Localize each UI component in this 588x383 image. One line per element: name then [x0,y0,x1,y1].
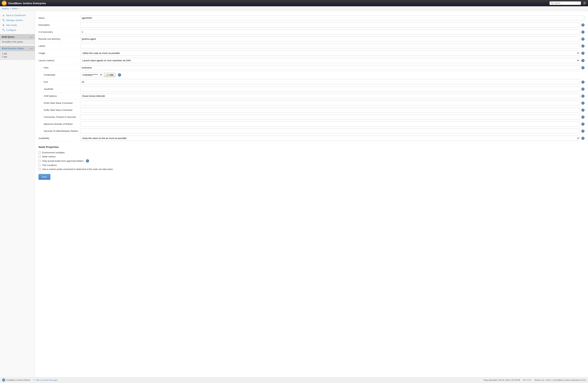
usage-help-icon[interactable]: ? [581,52,585,55]
breadcrumb-nodes[interactable]: Nodes [12,7,18,10]
prefix-start-row: Prefix Start Slave Command ? [39,100,585,106]
labels-label: Labels [39,43,80,49]
help-icon[interactable]: ? [583,1,586,5]
search-box: 🔍 [549,1,581,5]
availability-help-icon[interactable]: ? [581,137,585,140]
port-field: ? [80,79,585,85]
new-node-link[interactable]: 🖥 New Node [0,22,35,27]
back-arrow-icon: ▲ [2,14,5,17]
credentials-field: cretedials/****** 🔑 Add ? [80,71,585,79]
java-path-row: JavaPath ? [39,85,585,93]
remote-root-help-icon[interactable]: ? [581,38,585,41]
footer-page-generated: Page generated: Feb 26, 2016 1:22:30 PM [483,379,520,381]
seconds-wait-row: Seconds To Wait Between Retries ? [39,128,585,135]
node-properties-title: Node Properties [39,146,585,149]
java-path-input[interactable] [80,87,580,91]
add-credentials-button[interactable]: 🔑 Add [104,73,116,77]
port-help-icon[interactable]: ? [581,81,585,84]
port-input[interactable] [80,80,580,84]
env-vars-checkbox[interactable] [39,151,41,154]
breadcrumb-jenkins[interactable]: Jenkins [2,7,9,10]
java-path-help-icon[interactable]: ? [581,87,585,91]
build-executor-section: Build Executor Status — 1 Idle 2 Idle [0,46,35,60]
only-accept-builds-row: Only accept builds from approved folders… [39,159,585,163]
suffix-start-field: ? [80,106,585,114]
availability-row: Availability Keep this slave on-line as … [39,135,585,142]
availability-select[interactable]: Keep this slave on-line as much as possi… [80,136,580,141]
usage-select[interactable]: Utilize this node as much as possible On… [80,51,580,56]
name-row: Name [39,15,585,21]
usage-field-row: Utilize this node as much as possible On… [80,51,585,56]
save-button[interactable]: Save [39,174,50,180]
manage-jenkins-label: Manage Jenkins [6,19,23,21]
add-label: Add [109,74,113,76]
footer-rest-api-link[interactable]: REST API [523,379,531,381]
only-accept-builds-label: Only accept builds from approved folders [42,160,84,162]
suffix-start-input[interactable] [80,108,580,112]
search-input[interactable] [554,2,580,4]
executors-input[interactable] [80,30,580,34]
env-vars-row: Environment variables [39,150,585,155]
host-help-icon[interactable]: ? [581,66,585,69]
new-node-label: New Node [6,24,17,26]
host-input[interactable] [80,65,580,70]
manage-jenkins-link[interactable]: 🔧 Manage Jenkins [0,18,35,22]
tool-locations-checkbox[interactable] [39,164,41,166]
name-field [80,15,585,21]
prefix-start-input[interactable] [80,101,580,105]
remote-root-row: Remote root directory ? [39,36,585,43]
footer-right: Page generated: Feb 26, 2016 1:22:30 PM … [483,379,586,381]
build-executor-minimize[interactable]: — [30,47,33,50]
remote-root-input[interactable] [80,37,580,41]
build-queue-minimize[interactable]: — [30,35,33,39]
prefix-start-label: Prefix Start Slave Command [39,100,80,106]
build-executor-body: 1 Idle 2 Idle [0,51,35,60]
executors-field: ? [80,28,585,36]
footer-help-link[interactable]: 🏳 Help us localize this page [33,379,57,381]
port-field-row: ? [80,80,585,84]
max-retries-label: Maximum Number of Retries [39,121,80,128]
java-path-label: JavaPath [39,85,80,93]
remote-root-field: ? [80,36,585,43]
only-accept-builds-checkbox[interactable] [39,160,41,162]
executors-help-icon[interactable]: ? [581,30,585,34]
remote-root-label: Remote root directory [39,36,80,43]
connection-timeout-input[interactable] [80,115,580,119]
host-label: Host [39,64,80,71]
launch-method-label: Launch method [39,57,80,64]
seconds-wait-input[interactable] [80,129,580,133]
max-retries-input[interactable] [80,122,580,126]
prefix-start-help-icon[interactable]: ? [581,102,585,105]
back-to-dashboard-link[interactable]: ▲ Back to Dashboard [0,13,35,18]
name-input[interactable] [80,16,585,20]
jvm-options-input[interactable] [80,94,580,98]
only-accept-builds-help-icon[interactable]: ? [86,159,89,162]
suffix-start-help-icon[interactable]: ? [581,108,585,112]
labels-input[interactable] [80,43,580,48]
executors-row: # of executors ? [39,28,585,36]
description-field-row: ? [80,22,585,27]
build-executor-title-link[interactable]: Build Executor Status [2,47,24,50]
launch-method-help-icon[interactable]: ? [581,59,585,62]
connection-timeout-field-row: ? [80,115,585,119]
search-icon: 🔍 [551,2,553,4]
description-help-icon[interactable]: ? [581,23,585,27]
node-owners-checkbox[interactable] [39,155,41,158]
breadcrumb-sep2: › [19,7,20,10]
credentials-select[interactable]: cretedials/****** [80,72,103,77]
labels-help-icon[interactable]: ? [581,44,585,48]
seconds-wait-help-icon[interactable]: ? [581,129,585,133]
connection-timeout-help-icon[interactable]: ? [581,116,585,119]
description-input[interactable] [80,22,580,27]
credentials-help-icon[interactable]: ? [118,73,121,77]
availability-label: Availability [39,135,80,142]
jvm-options-help-icon[interactable]: ? [581,95,585,98]
prefix-start-field-row: ? [80,101,585,105]
max-retries-help-icon[interactable]: ? [581,123,585,126]
custom-probe-checkbox[interactable] [39,168,41,170]
header-logo: CB CloudBees Jenkins Enterprise [2,1,46,6]
configure-link[interactable]: 🔧 Configure [0,27,35,32]
launch-method-select[interactable]: Launch slave agents on Unix machines via… [80,58,580,63]
jvm-options-field-row: ? [80,94,585,98]
java-path-field-row: ? [80,87,585,91]
